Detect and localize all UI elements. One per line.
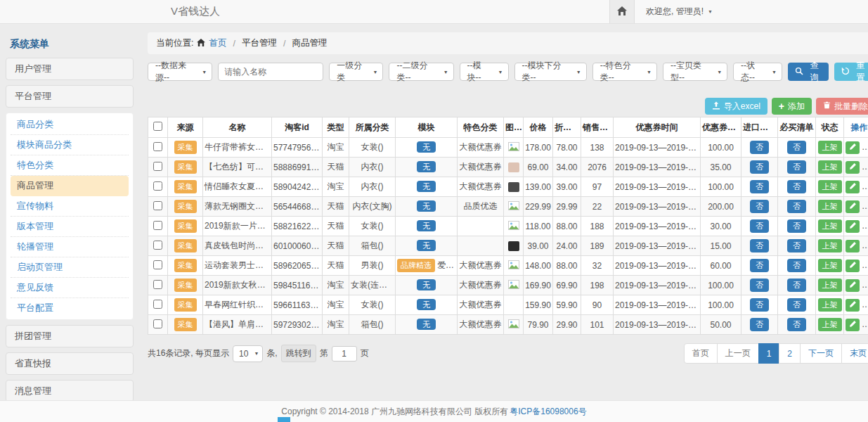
import-select-toggle[interactable]: 否 xyxy=(750,318,769,331)
reset-button[interactable]: 重置 xyxy=(834,63,868,81)
row-checkbox[interactable] xyxy=(153,142,162,151)
must-buy-toggle[interactable]: 否 xyxy=(787,200,806,213)
status-button[interactable]: 上架 xyxy=(818,279,842,292)
status-button[interactable]: 上架 xyxy=(818,160,842,174)
sidebar-subitem[interactable]: 平台配置 xyxy=(11,298,129,318)
import-select-toggle[interactable]: 否 xyxy=(750,239,769,252)
page-size-select[interactable]: 10 ▼ xyxy=(233,345,263,362)
sidebar-subitem[interactable]: 宣传物料 xyxy=(11,196,129,217)
edit-button[interactable] xyxy=(846,200,860,213)
import-select-toggle[interactable]: 否 xyxy=(750,180,769,193)
import-select-toggle[interactable]: 否 xyxy=(750,259,769,272)
home-button[interactable] xyxy=(609,0,635,23)
status-select[interactable]: --状态--▼ xyxy=(733,63,782,81)
cell-coupon-amount: 100.00 xyxy=(701,138,741,158)
page-button-下一页[interactable]: 下一页 xyxy=(800,343,842,364)
page-button-上一页[interactable]: 上一页 xyxy=(717,343,759,364)
must-buy-toggle[interactable]: 否 xyxy=(787,219,806,233)
module-select[interactable]: --模块--▼ xyxy=(460,63,509,81)
sidebar-subitem[interactable]: 模块商品分类 xyxy=(11,135,129,155)
sidebar-subitem[interactable]: 商品分类 xyxy=(11,115,129,135)
status-button[interactable]: 上架 xyxy=(818,239,842,252)
sidebar-subitem[interactable]: 意见反馈 xyxy=(11,278,129,298)
add-button[interactable]: + 添加 xyxy=(772,98,812,115)
import-select-toggle[interactable]: 否 xyxy=(750,141,769,154)
status-button[interactable]: 上架 xyxy=(818,259,842,272)
sidebar-title: 系统菜单 xyxy=(6,32,134,58)
edit-button[interactable] xyxy=(846,220,860,233)
search-button[interactable]: 查询 xyxy=(788,63,829,81)
row-checkbox[interactable] xyxy=(153,221,162,230)
select-all-checkbox[interactable] xyxy=(153,122,162,131)
sidebar-item-3[interactable]: 拼团管理 xyxy=(6,325,134,347)
row-checkbox[interactable] xyxy=(153,300,162,309)
page-button-末页[interactable]: 末页 xyxy=(841,343,868,364)
caret-down-icon: ▼ xyxy=(498,70,503,75)
cell-must-buy: 否 xyxy=(778,158,816,177)
module-sub-category-select[interactable]: --模块下分类--▼ xyxy=(514,63,587,81)
sidebar-subitem[interactable]: 版本管理 xyxy=(11,217,129,237)
item-type-select[interactable]: --宝贝类型--▼ xyxy=(663,63,727,81)
sidebar-item-2[interactable]: 平台管理 xyxy=(6,85,134,108)
feature-category-select[interactable]: --特色分类--▼ xyxy=(592,63,657,81)
edit-button[interactable] xyxy=(846,319,860,331)
level1-category-select[interactable]: 一级分类▼ xyxy=(329,63,383,81)
breadcrumb-home-link[interactable]: 首页 xyxy=(209,37,226,49)
edit-button[interactable] xyxy=(846,141,860,154)
edit-button[interactable] xyxy=(846,161,860,174)
status-button[interactable]: 上架 xyxy=(818,298,842,312)
row-checkbox[interactable] xyxy=(153,260,162,269)
import-select-toggle[interactable]: 否 xyxy=(750,200,769,213)
icp-link[interactable]: 粤ICP备16098006号 xyxy=(510,406,586,418)
must-buy-toggle[interactable]: 否 xyxy=(787,279,806,292)
jump-page-input[interactable] xyxy=(332,346,357,362)
must-buy-toggle[interactable]: 否 xyxy=(787,318,806,331)
status-button[interactable]: 上架 xyxy=(818,180,842,193)
user-menu[interactable]: 欢迎您, 管理员! ▼ xyxy=(635,0,868,23)
must-buy-toggle[interactable]: 否 xyxy=(787,141,806,154)
row-checkbox[interactable] xyxy=(153,241,162,250)
import-select-toggle[interactable]: 否 xyxy=(750,298,769,312)
sidebar-subitem[interactable]: 轮播管理 xyxy=(11,237,129,257)
sidebar-item-1[interactable]: 用户管理 xyxy=(6,58,134,80)
must-buy-toggle[interactable]: 否 xyxy=(787,259,806,272)
row-checkbox[interactable] xyxy=(153,201,162,210)
row-checkbox[interactable] xyxy=(153,319,162,328)
edit-button[interactable] xyxy=(846,240,860,252)
status-button[interactable]: 上架 xyxy=(818,141,842,154)
edit-button[interactable] xyxy=(846,260,860,272)
sidebar-subitem[interactable]: 特色分类 xyxy=(11,155,129,176)
search-name-input[interactable] xyxy=(218,63,323,81)
edit-button[interactable] xyxy=(846,299,860,312)
sidebar-item-5[interactable]: 消息管理 xyxy=(6,380,134,402)
sidebar-subitem[interactable]: 启动页管理 xyxy=(11,257,129,278)
data-source-select[interactable]: --数据来源--▼ xyxy=(148,63,212,81)
edit-button[interactable] xyxy=(846,181,860,193)
sidebar-item-4[interactable]: 省直快报 xyxy=(6,352,134,375)
status-button[interactable]: 上架 xyxy=(818,219,842,233)
level2-category-select[interactable]: --二级分类--▼ xyxy=(389,63,453,81)
row-checkbox[interactable] xyxy=(153,181,162,191)
row-checkbox[interactable] xyxy=(153,162,162,171)
must-buy-toggle[interactable]: 否 xyxy=(787,180,806,193)
edit-button[interactable] xyxy=(846,279,860,292)
status-select-value: --状态-- xyxy=(741,60,766,84)
page-button-2[interactable]: 2 xyxy=(779,343,801,364)
cell-coupon-time: 2019-09-13—2019-09-20 xyxy=(614,177,701,197)
import-excel-button[interactable]: 导入excel xyxy=(705,98,767,115)
must-buy-toggle[interactable]: 否 xyxy=(787,239,806,252)
import-select-toggle[interactable]: 否 xyxy=(750,219,769,233)
status-button[interactable]: 上架 xyxy=(818,200,842,213)
source-badge: 采集 xyxy=(174,239,197,252)
sidebar-subitem[interactable]: 商品管理 xyxy=(11,176,129,196)
status-button[interactable]: 上架 xyxy=(818,318,842,331)
page-button-1[interactable]: 1 xyxy=(758,343,780,364)
row-checkbox[interactable] xyxy=(153,280,162,289)
must-buy-toggle[interactable]: 否 xyxy=(787,160,806,174)
must-buy-toggle[interactable]: 否 xyxy=(787,298,806,312)
import-select-toggle[interactable]: 否 xyxy=(750,279,769,292)
jump-button[interactable]: 跳转到 xyxy=(281,345,316,362)
page-button-首页[interactable]: 首页 xyxy=(684,343,718,364)
bulk-delete-button[interactable]: 批量删除 xyxy=(816,98,868,115)
import-select-toggle[interactable]: 否 xyxy=(750,160,769,174)
